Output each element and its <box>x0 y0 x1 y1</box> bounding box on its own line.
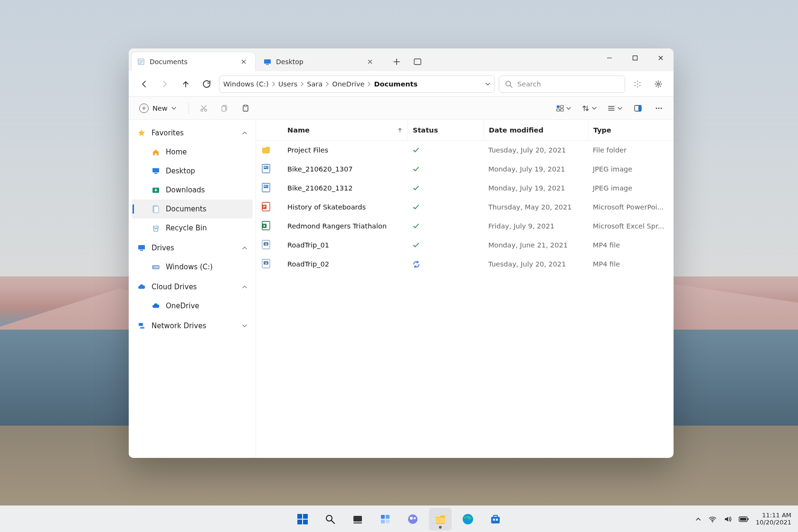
file-explorer-taskbar-button[interactable] <box>429 508 452 531</box>
file-type: Microsoft Excel Spr... <box>588 222 674 230</box>
sidebar-item-documents[interactable]: Documents <box>132 200 253 218</box>
settings-button[interactable] <box>650 76 667 93</box>
task-view-button[interactable] <box>346 508 369 531</box>
refresh-button[interactable] <box>198 76 215 93</box>
tab-label: Documents <box>150 58 188 66</box>
forward-button[interactable] <box>156 76 173 93</box>
svg-rect-82 <box>748 518 749 520</box>
wifi-icon[interactable] <box>708 515 717 523</box>
details-pane-button[interactable] <box>630 100 646 116</box>
file-date: Friday, July 9, 2021 <box>484 222 588 230</box>
file-row[interactable]: RoadTrip_01Monday, June 21, 2021MP4 file <box>256 236 674 255</box>
file-date: Monday, July 19, 2021 <box>484 165 588 173</box>
file-row[interactable]: Project FilesTuesday, July 20, 2021File … <box>256 141 674 160</box>
svg-point-71 <box>410 517 413 520</box>
maximize-button[interactable] <box>622 48 648 67</box>
document-icon <box>137 58 145 66</box>
file-status <box>408 146 484 154</box>
battery-icon[interactable] <box>739 516 749 522</box>
svg-rect-38 <box>140 250 143 251</box>
breadcrumb-segment[interactable]: Users <box>278 80 298 88</box>
sidebar-section-network[interactable]: Network Drives <box>132 316 253 335</box>
start-button[interactable] <box>291 508 314 531</box>
sidebar-item-home[interactable]: Home <box>132 142 253 162</box>
breadcrumb-segment[interactable]: Windows (C:) <box>223 80 269 88</box>
sync-activity-button[interactable] <box>629 76 646 93</box>
file-status <box>408 203 484 211</box>
image-icon <box>261 163 271 174</box>
file-row[interactable]: RoadTrip_02Tuesday, July 20, 2021MP4 fil… <box>256 255 674 274</box>
tab-close-button[interactable] <box>364 56 376 67</box>
chevron-up-icon <box>242 131 247 135</box>
more-button[interactable] <box>651 100 667 116</box>
copy-button[interactable] <box>217 100 233 116</box>
column-header-date[interactable]: Date modified <box>484 120 588 140</box>
column-header-type[interactable]: Type <box>588 120 674 140</box>
file-row[interactable]: Bike_210620_1312Monday, July 19, 2021JPE… <box>256 179 674 198</box>
close-button[interactable] <box>648 48 674 67</box>
svg-point-29 <box>656 107 657 109</box>
sidebar-item-recycle-bin[interactable]: Recycle Bin <box>132 218 253 238</box>
sidebar-item-onedrive[interactable]: OneDrive <box>132 296 253 315</box>
sidebar-item-downloads[interactable]: Downloads <box>132 180 253 200</box>
sidebar-section-favorites[interactable]: Favorites <box>132 124 253 142</box>
new-tab-button[interactable] <box>388 53 405 70</box>
new-button[interactable]: + New <box>135 100 182 116</box>
chevron-down-icon <box>242 323 247 328</box>
breadcrumb-segment[interactable]: Documents <box>374 80 418 88</box>
taskbar-clock[interactable]: 11:11 AM 10/20/2021 <box>756 512 791 526</box>
svg-point-15 <box>635 82 636 83</box>
sidebar: Favorites HomeDesktopDownloadsDocumentsR… <box>129 120 256 458</box>
edge-button[interactable] <box>456 508 479 531</box>
view-button[interactable] <box>604 100 625 116</box>
file-status <box>408 222 484 230</box>
svg-rect-5 <box>266 64 269 65</box>
up-button[interactable] <box>177 76 194 93</box>
paste-button[interactable] <box>238 100 254 116</box>
sort-button[interactable] <box>579 100 599 116</box>
svg-rect-62 <box>303 520 308 524</box>
column-header-name[interactable]: Name <box>283 120 408 140</box>
file-type: File folder <box>588 146 674 154</box>
search-input[interactable]: Search <box>499 76 625 93</box>
grouping-button[interactable] <box>553 100 574 116</box>
teams-button[interactable] <box>401 508 424 531</box>
column-header-status[interactable]: Status <box>408 120 484 140</box>
sidebar-section-cloud[interactable]: Cloud Drives <box>132 277 253 296</box>
address-dropdown-icon[interactable] <box>485 81 491 87</box>
file-list: Name Status Date modified Type Project F… <box>256 120 674 458</box>
ppt-icon: P <box>261 201 271 212</box>
tab-documents[interactable]: Documents <box>132 52 255 71</box>
widgets-button[interactable] <box>374 508 397 531</box>
file-row[interactable]: PHistory of SkateboardsThursday, May 20,… <box>256 198 674 217</box>
file-row[interactable]: Bike_210620_1307Monday, July 19, 2021JPE… <box>256 160 674 179</box>
breadcrumb-segment[interactable]: Sara <box>307 80 323 88</box>
tab-close-button[interactable] <box>238 56 249 67</box>
sidebar-item-desktop[interactable]: Desktop <box>132 162 253 180</box>
svg-rect-23 <box>557 105 560 108</box>
svg-rect-26 <box>560 109 563 111</box>
volume-icon[interactable] <box>723 515 732 523</box>
taskbar-search-button[interactable] <box>319 508 342 531</box>
xls-icon: X <box>261 220 271 231</box>
file-name: Bike_210620_1307 <box>283 165 408 173</box>
store-button[interactable] <box>484 508 507 531</box>
tab-desktop[interactable]: Desktop <box>258 52 381 71</box>
tray-overflow-button[interactable] <box>695 516 702 522</box>
window-controls <box>597 48 674 67</box>
file-status <box>408 184 484 192</box>
svg-rect-28 <box>638 105 641 111</box>
cut-button[interactable] <box>196 100 212 116</box>
back-button[interactable] <box>135 76 152 93</box>
sidebar-section-drives[interactable]: Drives <box>132 238 253 257</box>
sidebar-item-windows-c[interactable]: Windows (C:) <box>132 257 253 276</box>
file-row[interactable]: XRedmond Rangers TriathalonFriday, July … <box>256 217 674 236</box>
tab-overview-button[interactable] <box>409 53 426 70</box>
svg-rect-24 <box>560 105 563 108</box>
minimize-button[interactable] <box>597 48 622 67</box>
address-bar[interactable]: Windows (C:)UsersSaraOneDriveDocuments <box>219 76 495 93</box>
taskbar: 11:11 AM 10/20/2021 <box>0 505 798 532</box>
cloud-icon <box>137 283 146 291</box>
svg-point-13 <box>637 86 638 87</box>
breadcrumb-segment[interactable]: OneDrive <box>332 80 364 88</box>
